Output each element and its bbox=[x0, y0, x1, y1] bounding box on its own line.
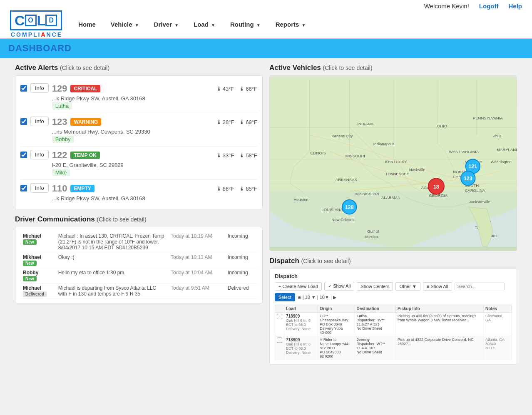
alert-checkbox[interactable] bbox=[20, 185, 27, 191]
dispatch-title: Dispatch bbox=[275, 273, 512, 279]
svg-text:Kansas City: Kansas City bbox=[331, 134, 353, 138]
nav-load[interactable]: Load ▼ bbox=[186, 13, 223, 35]
alert-details: 129 CRITICAL 🌡43°F 🌡66°F ...k Ridge Pkwy… bbox=[52, 83, 257, 109]
map-container[interactable]: Kansas City Indianapolis OHIO PENNSYLVAN… bbox=[270, 76, 517, 251]
thermo-icon: 🌡 bbox=[216, 152, 222, 159]
comms-row: Mikhael New Okay :( Today at 10:13 AM In… bbox=[20, 253, 257, 268]
driver-comms-section: Driver Communications (Click to see deta… bbox=[15, 215, 263, 303]
dispatch-load: 718909 Oak Hill 6 In: 6 ECT to 98.0 Deli… bbox=[284, 313, 318, 336]
dispatch-load: 718909 Oak Hill 6 In: 6 ECT to 68.0 Deli… bbox=[284, 336, 318, 360]
msg-status-badge: Delivered bbox=[23, 291, 47, 297]
alert-number: 110 bbox=[52, 183, 67, 194]
comms-from: Bobby New bbox=[20, 268, 56, 283]
comms-direction: Incoming bbox=[225, 231, 257, 253]
alert-number: 129 bbox=[52, 83, 67, 94]
create-new-load-btn[interactable]: + Create New Load bbox=[275, 282, 322, 291]
help-link[interactable]: Help bbox=[508, 2, 522, 10]
dispatch-table: Load Origin Destination Pickup Info Note… bbox=[275, 305, 512, 360]
alert-checkbox[interactable] bbox=[20, 118, 27, 125]
svg-text:Jacksonville: Jacksonville bbox=[469, 199, 490, 204]
dispatch-row: 718909 Oak Hill 6 In: 6 ECT to 98.0 Deli… bbox=[275, 313, 512, 336]
comms-message: Okay :( bbox=[56, 253, 168, 268]
logoff-link[interactable]: Logoff bbox=[479, 2, 499, 10]
active-vehicles-header: Active Vehicles (Click to see detail) bbox=[269, 64, 517, 72]
info-button[interactable]: Info bbox=[30, 150, 49, 159]
svg-text:LOUISIANA: LOUISIANA bbox=[321, 207, 343, 212]
msg-status-badge: New bbox=[23, 276, 37, 281]
alert-driver: Lutha bbox=[52, 102, 72, 109]
driver-name: Mikhael bbox=[23, 254, 53, 260]
nav-reports[interactable]: Reports ▼ bbox=[268, 13, 313, 35]
dispatch-checkbox[interactable] bbox=[277, 338, 282, 343]
dashboard-title-bar: DASHBOARD bbox=[0, 39, 532, 58]
alert-checkbox[interactable] bbox=[20, 85, 27, 92]
show-centers-btn[interactable]: Show Centers bbox=[357, 282, 393, 291]
driver-comms-header: Driver Communications (Click to see deta… bbox=[15, 215, 263, 224]
alert-details: 110 EMPTY 🌡86°F 🌡85°F ...k Ridge Pkwy SW… bbox=[52, 183, 257, 201]
temp1: 🌡43°F bbox=[216, 85, 234, 92]
svg-text:Houston: Houston bbox=[293, 197, 308, 202]
dispatch-pickup: Picking up 400 Ibs (3 pallt) of Sprouts,… bbox=[395, 313, 483, 336]
nav-driver[interactable]: Driver ▼ bbox=[147, 13, 186, 35]
info-button[interactable]: Info bbox=[30, 83, 49, 93]
alert-number: 123 bbox=[52, 117, 67, 127]
temp1: 🌡28°F bbox=[216, 119, 234, 125]
nav-vehicle[interactable]: Vehicle ▼ bbox=[103, 13, 147, 35]
comms-panel[interactable]: Michael New Michael : In asset 130, CRIT… bbox=[15, 227, 263, 303]
col-origin: Origin bbox=[318, 305, 355, 313]
info-button[interactable]: Info bbox=[30, 117, 49, 126]
active-alerts-header: Active Alerts (Click to see detail) bbox=[15, 64, 263, 72]
temp-info: 🌡28°F 🌡69°F bbox=[216, 119, 257, 125]
show-all-icon-btn[interactable]: ≡ Show All bbox=[423, 282, 452, 291]
alerts-panel: Info 129 CRITICAL 🌡43°F 🌡66°F ...k Ridg bbox=[15, 75, 263, 209]
alert-item: Info 129 CRITICAL 🌡43°F 🌡66°F ...k Ridg bbox=[20, 80, 257, 113]
alert-item: Info 123 WARNING 🌡28°F 🌡69°F ...ns Memo bbox=[20, 113, 257, 147]
nav-home[interactable]: Home bbox=[71, 13, 103, 35]
logo[interactable]: C O L D COMPLIANCE bbox=[10, 10, 62, 38]
alert-badge: WARNING bbox=[70, 118, 101, 126]
thermo-icon: 🌡 bbox=[216, 85, 222, 92]
other-btn[interactable]: Other ▼ bbox=[395, 282, 420, 291]
dispatch-dest: Jeremy Dispatcher: WT** 11.4.4. 107 No D… bbox=[355, 336, 395, 360]
select-btn[interactable]: Select bbox=[275, 293, 295, 301]
svg-text:MISSISSIPPI: MISSISSIPPI bbox=[355, 191, 379, 196]
thermo-icon: 🌡 bbox=[216, 185, 222, 192]
svg-text:Phila: Phila bbox=[493, 134, 502, 138]
svg-text:ARKANSAS: ARKANSAS bbox=[336, 177, 357, 182]
thermo-icon: 🌡 bbox=[239, 185, 245, 192]
svg-text:KENTUCKY: KENTUCKY bbox=[385, 159, 407, 164]
alert-driver: Bobby bbox=[52, 136, 74, 143]
svg-text:OHIO: OHIO bbox=[437, 124, 447, 128]
svg-text:128: 128 bbox=[345, 204, 354, 210]
svg-text:Washington: Washington bbox=[491, 159, 512, 164]
info-button[interactable]: Info bbox=[30, 183, 49, 193]
alert-number: 122 bbox=[52, 150, 67, 161]
dispatch-select[interactable] bbox=[275, 313, 284, 336]
alert-checkbox[interactable] bbox=[20, 152, 27, 158]
svg-text:MARYLAND: MARYLAND bbox=[497, 147, 517, 152]
show-all-btn[interactable]: ✓ Show All bbox=[324, 282, 354, 291]
svg-text:Nashville: Nashville bbox=[409, 167, 425, 172]
alert-details: 122 TEMP OK 🌡33°F 🌡58°F I-20 E, Granitev… bbox=[52, 150, 257, 176]
alert-top-row: 123 WARNING 🌡28°F 🌡69°F bbox=[52, 117, 257, 127]
svg-text:CAROLINA: CAROLINA bbox=[465, 188, 485, 193]
dispatch-dest: Lutha Dispatcher: RV** 11.6.27 A 321 No … bbox=[355, 313, 395, 336]
dispatch-select[interactable] bbox=[275, 336, 284, 360]
comms-row: Michael New Michael : In asset 130, CRIT… bbox=[20, 231, 257, 253]
temp-info: 🌡43°F 🌡66°F bbox=[216, 85, 257, 92]
svg-text:INDIANA: INDIANA bbox=[357, 122, 373, 126]
map-panel[interactable]: Kansas City Indianapolis OHIO PENNSYLVAN… bbox=[269, 75, 517, 251]
dispatch-table-header: Load Origin Destination Pickup Info Note… bbox=[275, 305, 512, 313]
alert-address: ...k Ridge Pkwy SW, Austell, GA 30168 bbox=[52, 195, 257, 201]
alert-address: ...ns Memorial Hwy, Cowpens, SC 29330 bbox=[52, 129, 257, 135]
nav-routing[interactable]: Routing ▼ bbox=[223, 13, 268, 35]
dispatch-row: 718909 Oak Hill 6 In: 6 ECT to 68.0 Deli… bbox=[275, 336, 512, 360]
thermo-icon: 🌡 bbox=[216, 119, 222, 125]
temp1: 🌡33°F bbox=[216, 152, 234, 159]
svg-text:18: 18 bbox=[433, 184, 439, 190]
alert-address: I-20 E, Graniteville, SC 29829 bbox=[52, 162, 257, 168]
dispatch-origin: CO** Chesapeake Bay PO Box 3040 Delivery… bbox=[318, 313, 355, 336]
dispatch-checkbox[interactable] bbox=[277, 314, 282, 319]
dispatch-search-input[interactable] bbox=[455, 283, 505, 290]
comms-direction: Incoming bbox=[225, 268, 257, 283]
